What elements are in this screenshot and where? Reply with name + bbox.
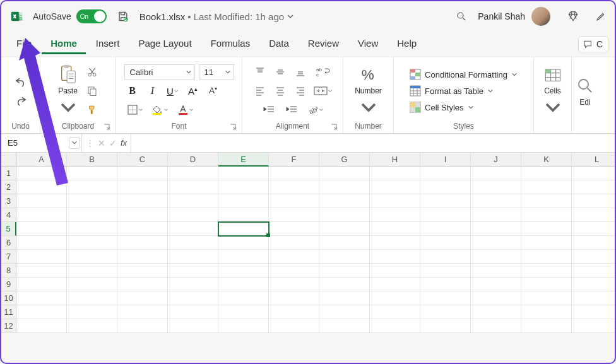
cell[interactable] (370, 291, 420, 305)
cell[interactable] (269, 305, 319, 319)
tab-formulas[interactable]: Formulas (202, 34, 259, 54)
cell[interactable] (168, 236, 218, 250)
underline-button[interactable]: U (165, 83, 181, 98)
row-header[interactable]: 6 (1, 236, 16, 250)
cell[interactable] (572, 222, 616, 236)
cell[interactable] (168, 222, 218, 236)
decrease-font-button[interactable]: A▾ (205, 83, 222, 98)
column-header[interactable]: A (16, 153, 67, 167)
cell[interactable] (117, 278, 168, 291)
column-header[interactable]: D (168, 153, 218, 167)
clipboard-launcher-icon[interactable] (103, 123, 110, 131)
cell[interactable] (420, 305, 471, 319)
align-bottom-button[interactable] (292, 64, 309, 79)
cell[interactable] (67, 236, 117, 250)
cell[interactable] (572, 278, 616, 291)
cell[interactable] (67, 278, 117, 291)
cell[interactable] (521, 250, 572, 264)
align-top-button[interactable] (252, 64, 268, 79)
column-header[interactable]: K (521, 153, 572, 167)
cell[interactable] (471, 167, 521, 180)
cell[interactable] (572, 194, 616, 208)
row-header[interactable]: 11 (1, 305, 16, 319)
cell[interactable] (420, 222, 471, 236)
cell[interactable] (521, 236, 572, 250)
cell[interactable] (269, 291, 319, 305)
cell[interactable] (471, 291, 521, 305)
paste-button[interactable]: Paste (56, 62, 80, 119)
cell[interactable] (67, 291, 117, 305)
cell[interactable] (218, 236, 269, 250)
enter-formula-icon[interactable]: ✓ (109, 138, 117, 148)
row-header[interactable]: 4 (1, 208, 16, 222)
cell[interactable] (168, 291, 218, 305)
cell[interactable] (370, 319, 420, 333)
cell[interactable] (117, 236, 168, 250)
document-title[interactable]: Book1.xlsx • Last Modified: 1h ago (139, 11, 294, 22)
cell[interactable] (521, 222, 572, 236)
cell[interactable] (521, 319, 572, 333)
cell[interactable] (269, 264, 319, 278)
tab-insert[interactable]: Insert (87, 34, 129, 54)
cell[interactable] (117, 264, 168, 278)
cell[interactable] (117, 291, 168, 305)
cell[interactable] (572, 250, 616, 264)
cell[interactable] (471, 236, 521, 250)
cell[interactable] (420, 278, 471, 291)
cell[interactable] (168, 167, 218, 180)
cell[interactable] (319, 319, 370, 333)
number-format-button[interactable]: % Number (352, 62, 384, 119)
cell[interactable] (471, 264, 521, 278)
cell[interactable] (471, 180, 521, 194)
cell[interactable] (521, 208, 572, 222)
cell[interactable] (572, 319, 616, 333)
align-right-button[interactable] (292, 83, 309, 98)
cell[interactable] (117, 319, 168, 333)
alignment-launcher-icon[interactable] (330, 123, 338, 131)
pen-icon[interactable] (593, 9, 608, 24)
cell[interactable] (420, 167, 471, 180)
tab-help[interactable]: Help (388, 34, 425, 54)
cell[interactable] (572, 236, 616, 250)
cell[interactable] (218, 222, 269, 236)
cell[interactable] (370, 250, 420, 264)
spreadsheet-grid[interactable]: ABCDEFGHIJKL123456789101112 (1, 153, 615, 333)
font-color-button[interactable] (175, 102, 196, 117)
cell[interactable] (168, 180, 218, 194)
cell[interactable] (370, 194, 420, 208)
cell[interactable] (319, 305, 370, 319)
cell[interactable] (218, 250, 269, 264)
row-header[interactable]: 2 (1, 180, 16, 194)
fill-color-button[interactable] (150, 102, 171, 117)
align-middle-button[interactable] (272, 64, 288, 79)
cell[interactable] (572, 305, 616, 319)
cell[interactable] (16, 236, 67, 250)
cell[interactable] (218, 194, 269, 208)
merge-center-button[interactable] (312, 83, 334, 98)
cell[interactable] (521, 291, 572, 305)
cell[interactable] (117, 194, 168, 208)
column-header[interactable]: F (269, 153, 319, 167)
cell[interactable] (471, 305, 521, 319)
tab-file[interactable]: File (8, 34, 40, 54)
cell[interactable] (117, 222, 168, 236)
cell[interactable] (16, 194, 67, 208)
italic-button[interactable]: I (145, 83, 161, 98)
cell[interactable] (168, 319, 218, 333)
cell[interactable] (67, 167, 117, 180)
cell[interactable] (319, 264, 370, 278)
cell[interactable] (67, 305, 117, 319)
tab-home[interactable]: Home (42, 34, 86, 54)
cell[interactable] (16, 305, 67, 319)
cut-button[interactable] (84, 64, 100, 79)
cell[interactable] (319, 278, 370, 291)
cell[interactable] (269, 167, 319, 180)
cell[interactable] (420, 180, 471, 194)
cell[interactable] (269, 236, 319, 250)
redo-button[interactable] (13, 93, 29, 108)
cell[interactable] (572, 167, 616, 180)
column-header[interactable]: E (218, 153, 269, 167)
cell[interactable] (16, 208, 67, 222)
font-size-select[interactable]: 11 (199, 64, 234, 79)
cell[interactable] (269, 278, 319, 291)
